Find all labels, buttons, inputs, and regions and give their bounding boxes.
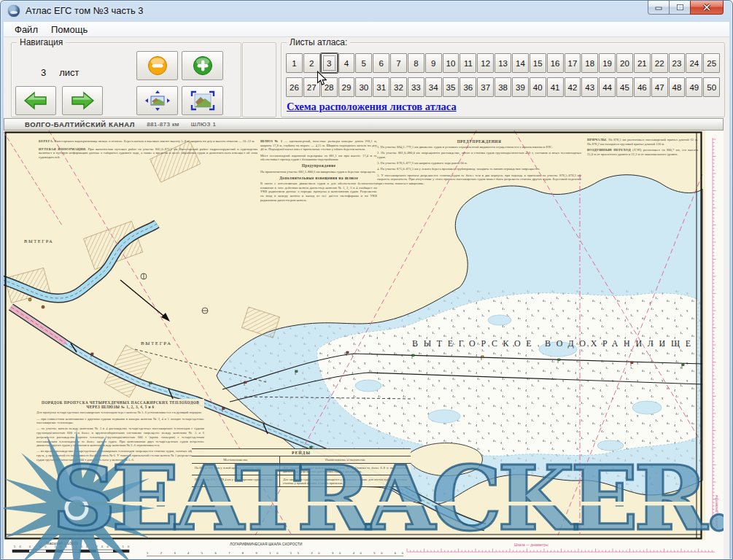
log-scale-label: ЛОГАРИФМИЧЕСКАЯ ШКАЛА СКОРОСТИ [230,542,303,546]
atlas-sheet-button-32[interactable]: 32 [390,77,407,97]
chart-paragraph: — при совместном шлюзовании с другими су… [36,417,204,425]
atlas-sheet-button-44[interactable]: 44 [599,77,616,97]
title-bar[interactable]: Атлас ЕГС том №3 часть 3 [1,1,732,21]
current-sheet-unit: лист [59,67,79,78]
navigation-group: Навигация 3лист [11,42,241,117]
atlas-sheet-button-13[interactable]: 13 [495,53,511,73]
atlas-sheet-button-22[interactable]: 22 [651,53,668,73]
zoom-out-button[interactable] [136,51,178,80]
roadsteads-row: На участке 878,7–878,4 км у левой кромки… [192,475,411,486]
atlas-sheet-button-30[interactable]: 30 [355,77,372,97]
next-sheet-button[interactable] [62,86,103,115]
atlas-sheet-button-10[interactable]: 10 [443,53,459,73]
atlas-sheet-button-19[interactable]: 19 [599,53,616,73]
atlas-sheets-group-label: Листы атласа: [287,37,350,47]
atlas-sheet-button-42[interactable]: 42 [565,77,581,97]
minus-circle-icon [147,55,168,77]
close-icon [702,4,711,11]
atlas-sheet-button-49[interactable]: 49 [686,77,702,97]
form-client-area: Навигация 3лист [4,37,729,559]
atlas-sheet-button-18[interactable]: 18 [581,53,598,73]
chart-caption-bar: ВОЛГО-БАЛТИЙСКИЙ КАНАЛ 881-873 км ШЛЮЗ 1 [4,118,724,131]
atlas-sheet-button-47[interactable]: 47 [651,77,668,97]
atlas-sheet-button-48[interactable]: 48 [669,77,686,97]
atlas-sheet-button-11[interactable]: 11 [459,53,476,73]
atlas-sheet-button-12[interactable]: 12 [477,53,494,73]
close-button[interactable] [690,1,724,15]
current-sheet-number: 3 [41,67,46,78]
atlas-sheets-group: Листы атласа: 12345678910111213141516171… [281,42,725,117]
roadsteads-header: Местоположение Наименование и назначение [192,456,411,463]
pan-image-icon [144,90,171,112]
atlas-sheet-button-16[interactable]: 16 [547,53,564,73]
atlas-sheet-button-43[interactable]: 43 [581,77,598,97]
atlas-sheet-button-7[interactable]: 7 [390,53,407,73]
atlas-sheet-button-9[interactable]: 9 [425,53,442,73]
atlas-sheet-button-21[interactable]: 21 [634,53,651,73]
atlas-sheet-button-15[interactable]: 15 [530,53,546,73]
app-icon [8,5,20,17]
atlas-sheet-button-20[interactable]: 20 [616,53,633,73]
atlas-sheet-button-4[interactable]: 4 [338,53,355,73]
roadsteads-title: РЕЙДЫ [192,449,411,456]
chart-paragraph: — на участке канала между шлюзами № 3 и … [36,427,204,447]
maximize-button[interactable] [670,1,690,15]
atlas-sheet-button-29[interactable]: 29 [338,77,355,97]
atlas-sheet-button-34[interactable]: 34 [425,77,442,97]
right-ruler-label: Шкала — декаметры [715,495,718,528]
atlas-sheet-button-3[interactable]: 3 [321,53,338,73]
current-sheet-label: 3лист [41,67,79,78]
atlas-sheet-button-33[interactable]: 33 [408,77,424,97]
atlas-sheet-button-41[interactable]: 41 [547,77,564,97]
maximize-icon [676,4,684,11]
previous-sheet-button[interactable] [15,86,56,115]
atlas-sheet-button-23[interactable]: 23 [669,53,686,73]
atlas-scheme-link[interactable]: Схема расположения листов атласа [287,101,457,113]
atlas-sheet-button-8[interactable]: 8 [408,53,424,73]
atlas-sheet-button-26[interactable]: 26 [286,77,303,97]
atlas-sheet-button-25[interactable]: 25 [703,53,720,73]
atlas-sheet-button-31[interactable]: 31 [373,77,389,97]
app-window: Атлас ЕГС том №3 часть 3 Файл Помощь Нав… [0,0,733,560]
navigation-group-label: Навигация [17,37,66,47]
sheet-buttons-row-2: 2627282930313233343536373839404142434445… [286,77,720,97]
atlas-sheet-button-2[interactable]: 2 [303,53,320,73]
arrow-left-icon [23,90,48,111]
atlas-sheet-button-14[interactable]: 14 [512,53,529,73]
atlas-sheet-button-6[interactable]: 6 [373,53,389,73]
fit-view-button[interactable] [182,86,223,115]
plus-circle-icon [192,55,214,77]
chart-text-passage-order: ПОРЯДОК ПРОПУСКА ЧЕТЫРЕХДЕЧНЫХ ПАССАЖИРС… [36,399,204,464]
town-label-lower: ВЫТЕГРА [141,341,172,346]
atlas-sheet-button-35[interactable]: 35 [443,77,459,97]
atlas-sheet-button-24[interactable]: 24 [686,53,702,73]
menu-help[interactable]: Помощь [44,23,94,36]
spacer-group [242,42,276,117]
chart-text-shluz: ШЛЮЗ № 1 — однокамерный, полезные размер… [260,139,377,204]
atlas-sheet-button-38[interactable]: 38 [495,77,511,97]
chart-caption-lock: ШЛЮЗ 1 [191,121,217,128]
atlas-sheet-button-45[interactable]: 45 [616,77,633,97]
roadsteads-table: РЕЙДЫ Местоположение Наименование и назн… [192,448,411,487]
chart-paragraph: 1. На участке 884,2–779,1 км движение су… [377,145,581,149]
atlas-sheet-button-17[interactable]: 17 [565,53,581,73]
atlas-sheet-button-50[interactable]: 50 [703,77,720,97]
chart-paragraph: 5. У пассажирского причала разрешается с… [377,174,581,186]
mouse-cursor [317,71,327,86]
atlas-sheet-button-1[interactable]: 1 [286,53,303,73]
pan-mode-button[interactable] [136,86,178,115]
menu-file[interactable]: Файл [8,23,44,36]
bottom-ruler-label: Шкала — декаметры [514,543,548,547]
minimize-button[interactable] [648,1,670,15]
atlas-sheet-button-39[interactable]: 39 [512,77,529,97]
atlas-sheet-button-46[interactable]: 46 [634,77,651,97]
chart-text-berega: БЕРЕГА. Вытегорского водохранилища низки… [39,139,257,161]
minimize-icon [655,4,662,11]
atlas-sheet-button-40[interactable]: 40 [530,77,546,97]
chart-panel[interactable]: 4₂53₅6₂4 [4,131,724,560]
chart-paragraph: Для пропуска четырёхдечных пассажирских … [36,411,204,415]
zoom-in-button[interactable] [182,51,223,80]
atlas-sheet-button-37[interactable]: 37 [477,77,494,97]
atlas-sheet-button-36[interactable]: 36 [459,77,476,97]
atlas-sheet-button-5[interactable]: 5 [355,53,372,73]
